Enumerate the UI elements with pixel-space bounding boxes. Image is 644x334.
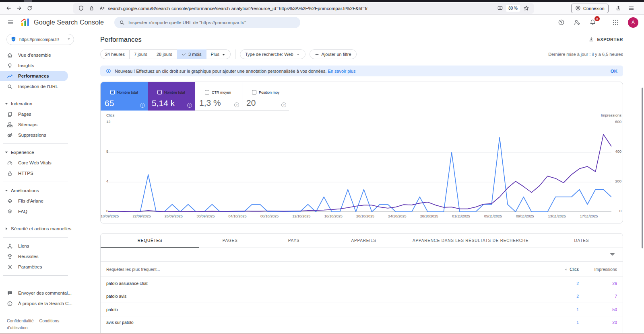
url-inspection-searchbar[interactable]: Inspecter n'importe quelle URL de "https… bbox=[114, 17, 300, 28]
tab-pays[interactable]: PAYS bbox=[261, 234, 326, 248]
sidebar-item-suppressions[interactable]: Suppressions bbox=[0, 130, 100, 140]
clics-column-header[interactable]: Clics bbox=[518, 267, 579, 272]
divider bbox=[235, 49, 235, 59]
checked-checkbox[interactable] bbox=[157, 90, 162, 94]
table-rows: patolo assurance chat226patolo avis27pat… bbox=[101, 277, 623, 329]
forward-icon[interactable] bbox=[14, 3, 24, 14]
privacy-link[interactable]: Confidentialité bbox=[7, 318, 34, 323]
export-button[interactable]: EXPORTER bbox=[588, 37, 623, 42]
metric-tile-position-moyenne[interactable]: Position moyenne20? bbox=[242, 82, 289, 111]
add-filter-button[interactable]: Ajouter un filtre bbox=[310, 49, 357, 59]
sidebar-item-performances[interactable]: Performances bbox=[0, 71, 68, 81]
sidebar-item-reussites[interactable]: Réussites bbox=[0, 251, 100, 262]
lock-icon[interactable] bbox=[87, 4, 96, 13]
help-icon[interactable]: ? bbox=[234, 102, 239, 107]
axis-tick: 400 bbox=[615, 149, 621, 154]
sidebar-item-inspection-de-l-url[interactable]: Inspection de l'URL bbox=[0, 81, 100, 92]
sidebar-section-experience[interactable]: Expérience bbox=[0, 147, 100, 158]
divider bbox=[3, 182, 68, 182]
learn-more-link[interactable]: En savoir plus bbox=[328, 69, 355, 74]
sidebar-item-sitemaps[interactable]: Sitemaps bbox=[0, 119, 100, 130]
date-range-24-heures[interactable]: 24 heures bbox=[100, 49, 130, 59]
url-bar[interactable]: search.google.com/u/8/search-console/per… bbox=[73, 3, 534, 14]
unchecked-checkbox[interactable] bbox=[252, 90, 256, 94]
impressions-column-header[interactable]: Impressions bbox=[579, 267, 617, 272]
performance-chart[interactable]: Clics12840 Impressions6004002000 18/09/2… bbox=[101, 111, 623, 223]
sidebar-footer-a-propos-de-la-search-c[interactable]: À propos de la Search C... bbox=[0, 298, 100, 309]
metric-tile-ctr-moyen[interactable]: CTR moyen1,3 %? bbox=[195, 82, 242, 111]
search-type-filter[interactable]: Type de recherche: Web bbox=[240, 49, 305, 59]
date-tick: 08/10/2025 bbox=[260, 214, 279, 218]
connexion-button[interactable]: Connexion bbox=[571, 4, 609, 13]
caret-down-icon bbox=[4, 150, 9, 155]
sidebar-section-indexation[interactable]: Indexation bbox=[0, 98, 100, 109]
date-range-28-jours[interactable]: 28 jours bbox=[152, 49, 177, 59]
reload-icon[interactable] bbox=[24, 3, 35, 14]
url-text[interactable]: search.google.com/u/8/search-console/per… bbox=[108, 6, 494, 11]
query-column-header[interactable]: Requêtes les plus fréquent... bbox=[106, 267, 518, 272]
browser-toolbar: search.google.com/u/8/search-console/per… bbox=[0, 2, 644, 15]
banner-ok-button[interactable]: OK bbox=[611, 69, 617, 74]
impressions-cell: 50 bbox=[579, 307, 617, 312]
table-row[interactable]: patolo avis27 bbox=[101, 290, 623, 303]
permissions-icon[interactable] bbox=[97, 4, 106, 13]
date-range-3-mois[interactable]: 3 mois bbox=[177, 49, 206, 59]
sidebar-item-insights[interactable]: Insights bbox=[0, 60, 100, 71]
checked-checkbox[interactable] bbox=[110, 90, 115, 94]
table-row[interactable]: patolo assurance chat226 bbox=[101, 277, 623, 290]
apps-grid-icon[interactable] bbox=[611, 18, 620, 27]
share-icon[interactable] bbox=[613, 3, 624, 14]
search-icon bbox=[7, 84, 13, 90]
sidebar-item-vue-d-ensemble[interactable]: Vue d'ensemble bbox=[0, 50, 100, 60]
impressions-cell: 20 bbox=[579, 320, 617, 325]
notifications-bell-icon[interactable]: 9 bbox=[588, 18, 597, 27]
help-icon[interactable] bbox=[556, 18, 566, 27]
search-console-logo bbox=[20, 17, 30, 27]
date-range-7-jours[interactable]: 7 jours bbox=[130, 49, 152, 59]
gsc-header: Google Search Console Inspecter n'import… bbox=[0, 15, 644, 30]
date-range-plus[interactable]: Plus bbox=[206, 49, 231, 59]
help-icon[interactable]: ? bbox=[187, 103, 192, 108]
browser-menu-icon[interactable] bbox=[626, 3, 637, 14]
tab-dates[interactable]: DATES bbox=[541, 234, 623, 248]
sidebar-item-label: Core Web Vitals bbox=[18, 160, 52, 165]
sidebar-item-https[interactable]: HTTPS bbox=[0, 168, 100, 178]
performance-icon bbox=[7, 73, 13, 79]
nav-menu-icon[interactable] bbox=[6, 18, 15, 27]
sidebar-footer-envoyer-des-commentai[interactable]: Envoyer des commentai... bbox=[0, 288, 100, 298]
tab-appareils[interactable]: APPAREILS bbox=[327, 234, 401, 248]
filter-list-icon[interactable] bbox=[609, 252, 615, 258]
last-update-text: Dernière mise à jour : il y a 6,5 heures bbox=[548, 52, 623, 57]
table-row[interactable]: patolo150 bbox=[101, 303, 623, 316]
tab-apparence-dans-les-resultats-de-recherche[interactable]: APPARENCE DANS LES RÉSULTATS DE RECHERCH… bbox=[401, 234, 541, 248]
sidebar-item-pages[interactable]: Pages bbox=[0, 109, 100, 119]
sidebar-item-liens[interactable]: Liens bbox=[0, 241, 100, 251]
sidebar-section-securite-et-actions-manuelles[interactable]: Sécurité et actions manuelles bbox=[0, 223, 100, 234]
metric-tile-nombre-total-de-c[interactable]: Nombre total de c...65? bbox=[101, 82, 148, 111]
save-page-icon[interactable] bbox=[495, 4, 504, 13]
help-icon[interactable]: ? bbox=[281, 102, 286, 107]
sidebar-item-core-web-vitals[interactable]: Core Web Vitals bbox=[0, 158, 100, 168]
banner-text: Nouveau ! Effectuez un clic droit sur le… bbox=[115, 69, 326, 74]
axis-tick: 200 bbox=[615, 179, 621, 183]
tab-requetes[interactable]: REQUÊTES bbox=[101, 234, 199, 248]
zoom-level-badge[interactable]: 80 % bbox=[506, 5, 520, 12]
account-avatar[interactable]: A bbox=[628, 17, 638, 28]
table-row[interactable]: avis sur patolo120 bbox=[101, 316, 623, 330]
tracking-shield-icon[interactable] bbox=[76, 4, 85, 13]
metric-tile-nombre-total-d-im[interactable]: Nombre total d'im...5,14 k? bbox=[148, 82, 195, 111]
sidebar-section-ameliorations[interactable]: Améliorations bbox=[0, 185, 100, 196]
back-icon[interactable] bbox=[3, 3, 14, 14]
sidebar-item-fils-d-ariane[interactable]: Fils d'Ariane bbox=[0, 196, 100, 206]
sidebar-item-faq[interactable]: FAQ bbox=[0, 206, 100, 217]
unchecked-checkbox[interactable] bbox=[205, 90, 209, 94]
chart-plot[interactable] bbox=[108, 123, 611, 212]
bookmark-star-icon[interactable] bbox=[522, 4, 530, 13]
caret-down-icon bbox=[296, 52, 300, 57]
page-scrollbar[interactable] bbox=[642, 88, 643, 248]
help-icon[interactable]: ? bbox=[140, 103, 145, 108]
sidebar-item-parametres[interactable]: Paramètres bbox=[0, 262, 100, 272]
property-selector[interactable]: https://primcompar.fr/ bbox=[6, 34, 74, 45]
user-settings-icon[interactable] bbox=[572, 18, 582, 27]
tab-pages[interactable]: PAGES bbox=[199, 234, 261, 248]
